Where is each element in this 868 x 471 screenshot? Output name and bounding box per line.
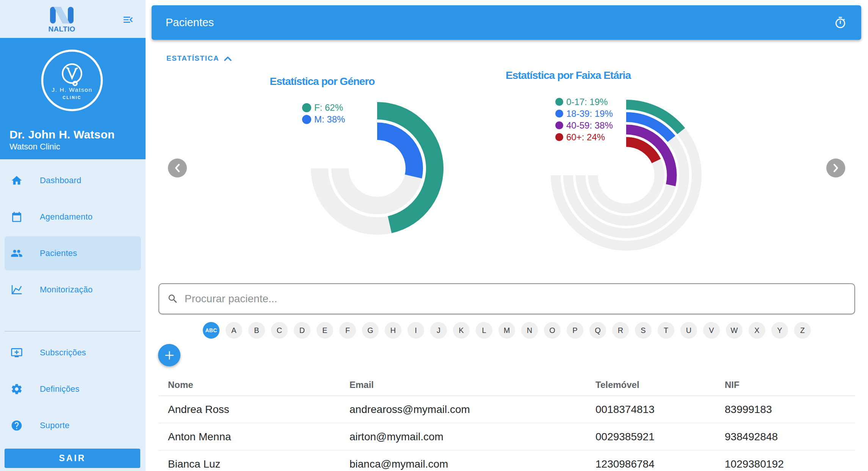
menu-collapse-icon[interactable] bbox=[122, 14, 134, 26]
radial-gauge-genero bbox=[298, 89, 457, 248]
table-cell: Anton Menna bbox=[158, 431, 340, 443]
svg-text:CLINIC: CLINIC bbox=[63, 95, 81, 100]
column-header-email[interactable]: Email bbox=[340, 380, 586, 390]
table-cell: andreaross@mymail.com bbox=[340, 403, 586, 416]
plus-icon bbox=[164, 350, 175, 361]
statistics-section-toggle[interactable]: ESTATÍSTICA bbox=[166, 54, 232, 63]
sidebar-item-subscricoes[interactable]: Subscrições bbox=[5, 336, 141, 370]
letter-chip-A[interactable]: A bbox=[226, 322, 242, 339]
letter-chip-S[interactable]: S bbox=[635, 322, 652, 339]
table-cell: 0029385921 bbox=[586, 431, 715, 443]
alphabet-filter: ABCABCDEFGHIJKLMNOPQRSTUVWXYZ bbox=[146, 322, 868, 339]
search-icon bbox=[167, 293, 179, 305]
brand-logo: NALTIO bbox=[0, 0, 124, 38]
letter-chip-C[interactable]: C bbox=[271, 322, 288, 339]
add-to-queue-icon bbox=[11, 347, 23, 359]
logout-button[interactable]: SAIR bbox=[5, 449, 140, 468]
naltio-logo-icon bbox=[50, 6, 74, 24]
letter-chip-U[interactable]: U bbox=[680, 322, 697, 339]
letter-chip-K[interactable]: K bbox=[453, 322, 470, 339]
timer-icon[interactable] bbox=[834, 16, 847, 29]
table-cell: Bianca Luz bbox=[158, 458, 340, 470]
profile-card: J. H. Watson CLINIC Dr. John H. Watson W… bbox=[0, 38, 146, 159]
patients-table: NomeEmailTelemóvelNIF Andrea Rossandrear… bbox=[158, 374, 855, 471]
sidebar-divider bbox=[5, 331, 141, 331]
column-header-telemóvel[interactable]: Telemóvel bbox=[586, 380, 715, 390]
sidebar-item-suporte[interactable]: Suporte bbox=[5, 408, 141, 443]
letter-chip-D[interactable]: D bbox=[294, 322, 310, 339]
chevron-left-icon bbox=[173, 163, 182, 173]
table-cell: Andrea Ross bbox=[158, 403, 340, 416]
letter-chip-R[interactable]: R bbox=[612, 322, 629, 339]
search-input[interactable] bbox=[185, 284, 854, 314]
svg-text:J. H. Watson: J. H. Watson bbox=[52, 86, 92, 93]
table-row[interactable]: Bianca Luzbianca@mymail.com1230986784102… bbox=[158, 451, 855, 471]
chart-title-faixa-etaria: Estatística por Faixa Etária bbox=[506, 69, 631, 82]
help-icon bbox=[11, 419, 23, 432]
letter-chip-Y[interactable]: Y bbox=[771, 322, 788, 339]
letter-chip-J[interactable]: J bbox=[430, 322, 447, 339]
letter-chip-X[interactable]: X bbox=[749, 322, 765, 339]
letter-chip-G[interactable]: G bbox=[362, 322, 379, 339]
chart-line-icon bbox=[11, 284, 23, 296]
letter-chip-Z[interactable]: Z bbox=[794, 322, 811, 339]
search-box bbox=[158, 283, 855, 314]
carousel-next-button[interactable] bbox=[826, 159, 845, 177]
gear-icon bbox=[11, 383, 23, 395]
sidebar-item-dashboard[interactable]: Dashboard bbox=[5, 163, 141, 198]
page-header: Pacientes bbox=[152, 5, 861, 40]
table-cell: bianca@mymail.com bbox=[340, 458, 586, 470]
table-row[interactable]: Andrea Rossandreaross@mymail.com00183748… bbox=[158, 396, 855, 423]
table-cell: 1230986784 bbox=[586, 458, 715, 470]
nav-primary: Dashboard Agendamento Pacientes Monitori… bbox=[0, 163, 146, 309]
table-row[interactable]: Anton Mennaairton@mymail.com002938592193… bbox=[158, 423, 855, 451]
sidebar-item-agendamento[interactable]: Agendamento bbox=[5, 200, 141, 234]
add-patient-button[interactable] bbox=[158, 344, 180, 366]
letter-chip-H[interactable]: H bbox=[385, 322, 401, 339]
table-cell: 0018374813 bbox=[586, 403, 715, 416]
sidebar-logo-row: NALTIO bbox=[0, 0, 146, 38]
sidebar: NALTIO J. H. Watson CLINIC Dr. John H. W… bbox=[0, 0, 146, 471]
people-icon bbox=[11, 247, 23, 259]
letter-chip-T[interactable]: T bbox=[658, 322, 674, 339]
sidebar-item-pacientes[interactable]: Pacientes bbox=[5, 236, 141, 270]
letter-chip-B[interactable]: B bbox=[248, 322, 265, 339]
letter-chip-L[interactable]: L bbox=[476, 322, 492, 339]
radial-gauge-faixa-etaria bbox=[547, 96, 706, 255]
clinic-name: Watson Clinic bbox=[9, 142, 60, 152]
letter-chip-P[interactable]: P bbox=[567, 322, 583, 339]
table-cell: airton@mymail.com bbox=[340, 431, 586, 443]
page-title: Pacientes bbox=[166, 16, 834, 29]
letter-chip-all[interactable]: ABC bbox=[203, 322, 219, 339]
clinic-avatar: J. H. Watson CLINIC bbox=[41, 49, 103, 111]
letter-chip-N[interactable]: N bbox=[521, 322, 538, 339]
chevron-right-icon bbox=[832, 163, 840, 173]
main-content: Pacientes ESTATÍSTICA Estatística por Gé… bbox=[146, 0, 868, 471]
app: NALTIO J. H. Watson CLINIC Dr. John H. W… bbox=[0, 0, 868, 471]
letter-chip-F[interactable]: F bbox=[339, 322, 356, 339]
carousel-prev-button[interactable] bbox=[168, 159, 187, 177]
nav-secondary: Subscrições Definições Suporte bbox=[0, 336, 146, 445]
letter-chip-V[interactable]: V bbox=[703, 322, 720, 339]
letter-chip-I[interactable]: I bbox=[407, 322, 424, 339]
table-body: Andrea Rossandreaross@mymail.com00183748… bbox=[158, 396, 855, 471]
letter-chip-E[interactable]: E bbox=[316, 322, 333, 339]
home-icon bbox=[11, 174, 23, 187]
table-header: NomeEmailTelemóvelNIF bbox=[158, 374, 855, 396]
letter-chip-Q[interactable]: Q bbox=[589, 322, 606, 339]
doctor-name: Dr. John H. Watson bbox=[9, 128, 115, 141]
calendar-icon bbox=[11, 211, 23, 223]
table-cell: 83999183 bbox=[715, 403, 855, 416]
letter-chip-M[interactable]: M bbox=[498, 322, 515, 339]
letter-chip-O[interactable]: O bbox=[544, 322, 561, 339]
table-cell: 1029380192 bbox=[715, 458, 855, 470]
chart-title-genero: Estatística por Género bbox=[270, 75, 375, 88]
letter-chip-W[interactable]: W bbox=[726, 322, 743, 339]
chevron-up-icon bbox=[224, 56, 232, 61]
sidebar-item-definicoes[interactable]: Definições bbox=[5, 372, 141, 406]
column-header-nif[interactable]: NIF bbox=[715, 380, 855, 390]
statistics-carousel: ESTATÍSTICA Estatística por Género F: 62… bbox=[146, 40, 868, 283]
sidebar-item-monitorizacao[interactable]: Monitorização bbox=[5, 273, 141, 307]
column-header-nome[interactable]: Nome bbox=[158, 380, 340, 390]
table-cell: 938492848 bbox=[715, 431, 855, 443]
